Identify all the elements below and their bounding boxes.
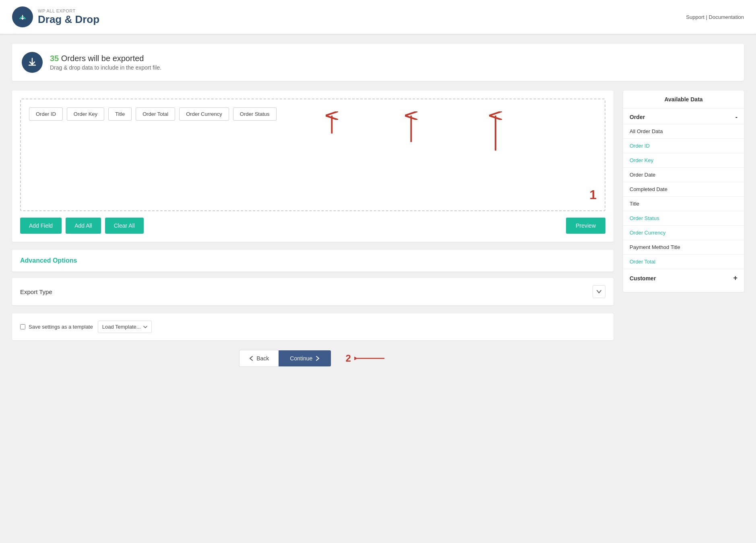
- buttons-row: Add Field Add All Clear All Preview: [20, 218, 605, 234]
- annotation-2-number: 2: [345, 353, 351, 364]
- clear-all-button[interactable]: Clear All: [105, 218, 144, 234]
- back-button[interactable]: Back: [239, 350, 279, 367]
- field-chip-order-id[interactable]: Order ID: [29, 107, 63, 121]
- data-item-order-date[interactable]: Order Date: [623, 167, 744, 182]
- logo-area: WP ALL EXPORT Drag & Drop: [12, 6, 99, 27]
- back-label: Back: [256, 355, 269, 362]
- drag-drop-area[interactable]: Order ID Order Key Title Order Total Ord…: [20, 99, 605, 211]
- field-chip-order-key[interactable]: Order Key: [67, 107, 104, 121]
- brand-top: WP ALL EXPORT: [38, 8, 99, 13]
- right-panel: Available Data Order - All Order Data Or…: [623, 90, 744, 292]
- banner-main-text: 35 Orders will be exported: [50, 54, 161, 63]
- customer-section-toggle[interactable]: +: [733, 274, 737, 282]
- export-type-section: Export Type: [12, 278, 613, 305]
- documentation-link[interactable]: Documentation: [709, 14, 744, 20]
- logo-icon: [12, 6, 33, 27]
- data-item-title[interactable]: Title: [623, 196, 744, 211]
- add-all-button[interactable]: Add All: [66, 218, 101, 234]
- order-items-list: All Order Data Order ID Order Key Order …: [623, 124, 744, 269]
- header: WP ALL EXPORT Drag & Drop Support | Docu…: [0, 0, 756, 34]
- header-links: Support | Documentation: [686, 14, 744, 20]
- load-template-label: Load Template...: [102, 324, 141, 330]
- back-chevron-icon: [249, 356, 253, 361]
- field-chip-order-status[interactable]: Order Status: [233, 107, 277, 121]
- field-chip-order-currency[interactable]: Order Currency: [179, 107, 229, 121]
- order-section-toggle[interactable]: -: [735, 113, 737, 121]
- banner-orders-text: Orders will be exported: [61, 54, 144, 63]
- drag-drop-fields: Order ID Order Key Title Order Total Ord…: [29, 107, 597, 121]
- data-item-order-key[interactable]: Order Key: [623, 153, 744, 167]
- order-section-label: Order: [630, 114, 645, 120]
- nav-buttons: Back Continue 2: [12, 350, 613, 367]
- save-template-checkbox[interactable]: [20, 324, 25, 329]
- continue-chevron-icon: [316, 356, 320, 361]
- customer-section-header: Customer +: [623, 269, 744, 286]
- left-panel: Order ID Order Key Title Order Total Ord…: [12, 90, 613, 367]
- export-type-label: Export Type: [20, 288, 52, 295]
- data-item-order-currency[interactable]: Order Currency: [623, 225, 744, 240]
- data-item-order-status[interactable]: Order Status: [623, 211, 744, 225]
- export-type-toggle[interactable]: [593, 285, 605, 298]
- order-section-header: Order -: [623, 109, 744, 124]
- continue-label: Continue: [290, 355, 312, 362]
- logo-text: WP ALL EXPORT Drag & Drop: [38, 8, 99, 26]
- data-item-payment-method-title[interactable]: Payment Method Title: [623, 240, 744, 254]
- divider: |: [706, 14, 707, 20]
- banner-subtext: Drag & drop data to include in the expor…: [50, 64, 161, 71]
- data-item-order-total[interactable]: Order Total: [623, 254, 744, 269]
- svg-point-2: [24, 18, 26, 19]
- available-data-title: Available Data: [623, 90, 744, 109]
- data-item-completed-date[interactable]: Completed Date: [623, 182, 744, 196]
- two-col-layout: Order ID Order Key Title Order Total Ord…: [12, 90, 744, 367]
- field-chip-title[interactable]: Title: [108, 107, 132, 121]
- data-item-all-order-data[interactable]: All Order Data: [623, 124, 744, 138]
- load-template-chevron: [143, 325, 147, 329]
- annotation-2-container: 2: [339, 353, 386, 364]
- save-template-checkbox-area: Save settings as a template: [20, 324, 93, 330]
- save-template-label: Save settings as a template: [29, 324, 93, 330]
- annotation-2-arrow: [354, 354, 386, 362]
- annotation-1: 1: [589, 187, 597, 202]
- preview-button[interactable]: Preview: [566, 218, 605, 234]
- customer-section-label: Customer: [630, 275, 656, 282]
- banner-text: 35 Orders will be exported Drag & drop d…: [50, 54, 161, 71]
- brand-main: Drag & Drop: [38, 13, 99, 26]
- support-link[interactable]: Support: [686, 14, 704, 20]
- field-chip-order-total[interactable]: Order Total: [136, 107, 175, 121]
- advanced-options-section: Advanced Options: [12, 250, 613, 272]
- svg-point-1: [19, 18, 21, 19]
- add-field-button[interactable]: Add Field: [20, 218, 62, 234]
- data-item-order-id[interactable]: Order ID: [623, 138, 744, 153]
- advanced-options-title[interactable]: Advanced Options: [20, 257, 77, 264]
- banner-count: 35: [50, 54, 59, 63]
- load-template-select[interactable]: Load Template...: [98, 321, 152, 333]
- continue-button[interactable]: Continue: [279, 350, 331, 366]
- bottom-bar: Save settings as a template Load Templat…: [12, 313, 613, 340]
- export-icon: [22, 52, 43, 73]
- info-banner: 35 Orders will be exported Drag & drop d…: [12, 44, 744, 81]
- main-content: 35 Orders will be exported Drag & drop d…: [0, 34, 756, 376]
- drag-drop-container: Order ID Order Key Title Order Total Ord…: [12, 90, 613, 242]
